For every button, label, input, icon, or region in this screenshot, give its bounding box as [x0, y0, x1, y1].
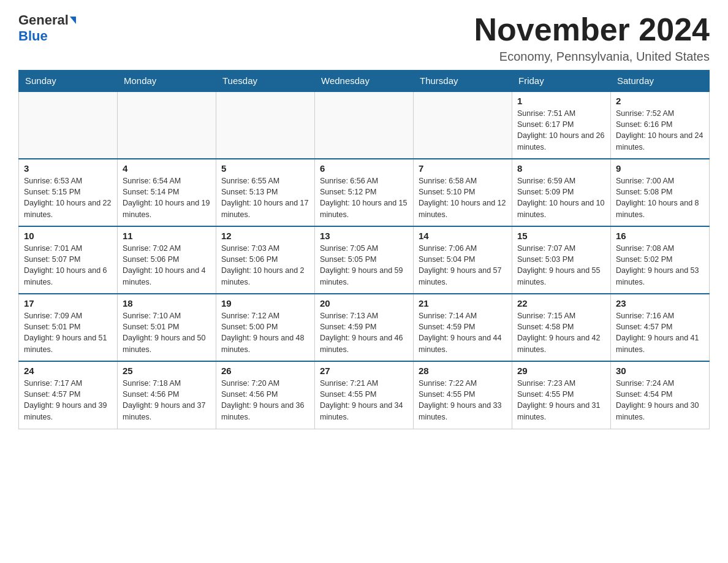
calendar-cell: 11Sunrise: 7:02 AM Sunset: 5:06 PM Dayli… — [118, 226, 216, 294]
day-number: 9 — [616, 163, 704, 174]
day-number: 19 — [221, 298, 309, 308]
calendar-cell: 21Sunrise: 7:14 AM Sunset: 4:59 PM Dayli… — [414, 294, 512, 361]
day-number: 21 — [419, 298, 507, 308]
calendar-cell: 12Sunrise: 7:03 AM Sunset: 5:06 PM Dayli… — [216, 226, 315, 294]
day-number: 2 — [616, 96, 704, 106]
calendar-cell: 25Sunrise: 7:18 AM Sunset: 4:56 PM Dayli… — [118, 361, 216, 429]
calendar-cell: 4Sunrise: 6:54 AM Sunset: 5:14 PM Daylig… — [118, 159, 216, 226]
calendar-cell: 8Sunrise: 6:59 AM Sunset: 5:09 PM Daylig… — [512, 159, 611, 226]
calendar-cell: 28Sunrise: 7:22 AM Sunset: 4:55 PM Dayli… — [414, 361, 512, 429]
logo-general-text: General — [18, 12, 69, 28]
calendar-cell: 10Sunrise: 7:01 AM Sunset: 5:07 PM Dayli… — [19, 226, 118, 294]
week-row-2: 3Sunrise: 6:53 AM Sunset: 5:15 PM Daylig… — [19, 159, 710, 226]
calendar-cell: 27Sunrise: 7:21 AM Sunset: 4:55 PM Dayli… — [315, 361, 414, 429]
calendar-cell: 16Sunrise: 7:08 AM Sunset: 5:02 PM Dayli… — [611, 226, 710, 294]
day-info: Sunrise: 7:17 AM Sunset: 4:57 PM Dayligh… — [24, 378, 112, 423]
day-info: Sunrise: 7:00 AM Sunset: 5:08 PM Dayligh… — [616, 175, 704, 220]
col-sunday: Sunday — [19, 71, 118, 92]
day-number: 8 — [517, 163, 605, 174]
day-number: 16 — [616, 231, 704, 241]
day-number: 6 — [320, 163, 408, 174]
calendar-cell: 30Sunrise: 7:24 AM Sunset: 4:54 PM Dayli… — [611, 361, 710, 429]
calendar-cell — [118, 91, 216, 159]
calendar-cell: 9Sunrise: 7:00 AM Sunset: 5:08 PM Daylig… — [611, 159, 710, 226]
day-number: 7 — [419, 163, 507, 174]
day-info: Sunrise: 7:05 AM Sunset: 5:05 PM Dayligh… — [320, 243, 408, 288]
day-info: Sunrise: 7:16 AM Sunset: 4:57 PM Dayligh… — [616, 310, 704, 355]
day-number: 27 — [320, 366, 408, 376]
day-info: Sunrise: 7:20 AM Sunset: 4:56 PM Dayligh… — [221, 378, 309, 423]
col-wednesday: Wednesday — [315, 71, 414, 92]
calendar-cell: 20Sunrise: 7:13 AM Sunset: 4:59 PM Dayli… — [315, 294, 414, 361]
week-row-3: 10Sunrise: 7:01 AM Sunset: 5:07 PM Dayli… — [19, 226, 710, 294]
day-info: Sunrise: 7:18 AM Sunset: 4:56 PM Dayligh… — [123, 378, 211, 423]
calendar-cell — [315, 91, 414, 159]
day-number: 14 — [419, 231, 507, 241]
day-number: 22 — [517, 298, 605, 308]
calendar-header-row: Sunday Monday Tuesday Wednesday Thursday… — [19, 71, 710, 92]
calendar-cell: 1Sunrise: 7:51 AM Sunset: 6:17 PM Daylig… — [512, 91, 611, 159]
calendar-cell: 24Sunrise: 7:17 AM Sunset: 4:57 PM Dayli… — [19, 361, 118, 429]
week-row-1: 1Sunrise: 7:51 AM Sunset: 6:17 PM Daylig… — [19, 91, 710, 159]
col-friday: Friday — [512, 71, 611, 92]
day-info: Sunrise: 7:08 AM Sunset: 5:02 PM Dayligh… — [616, 243, 704, 288]
day-info: Sunrise: 6:56 AM Sunset: 5:12 PM Dayligh… — [320, 175, 408, 220]
day-number: 26 — [221, 366, 309, 376]
calendar-cell: 29Sunrise: 7:23 AM Sunset: 4:55 PM Dayli… — [512, 361, 611, 429]
day-info: Sunrise: 7:02 AM Sunset: 5:06 PM Dayligh… — [123, 243, 211, 288]
col-thursday: Thursday — [414, 71, 512, 92]
day-info: Sunrise: 7:22 AM Sunset: 4:55 PM Dayligh… — [419, 378, 507, 423]
day-info: Sunrise: 7:23 AM Sunset: 4:55 PM Dayligh… — [517, 378, 605, 423]
title-section: November 2024 Economy, Pennsylvania, Uni… — [474, 12, 710, 64]
location-text: Economy, Pennsylvania, United States — [474, 50, 710, 64]
day-info: Sunrise: 6:55 AM Sunset: 5:13 PM Dayligh… — [221, 175, 309, 220]
day-info: Sunrise: 7:09 AM Sunset: 5:01 PM Dayligh… — [24, 310, 112, 355]
day-info: Sunrise: 7:03 AM Sunset: 5:06 PM Dayligh… — [221, 243, 309, 288]
day-number: 30 — [616, 366, 704, 376]
day-number: 15 — [517, 231, 605, 241]
day-number: 1 — [517, 96, 605, 106]
calendar-cell: 6Sunrise: 6:56 AM Sunset: 5:12 PM Daylig… — [315, 159, 414, 226]
calendar-cell: 5Sunrise: 6:55 AM Sunset: 5:13 PM Daylig… — [216, 159, 315, 226]
day-number: 20 — [320, 298, 408, 308]
day-info: Sunrise: 7:52 AM Sunset: 6:16 PM Dayligh… — [616, 108, 704, 153]
calendar-cell: 15Sunrise: 7:07 AM Sunset: 5:03 PM Dayli… — [512, 226, 611, 294]
day-info: Sunrise: 6:54 AM Sunset: 5:14 PM Dayligh… — [123, 175, 211, 220]
day-number: 25 — [123, 366, 211, 376]
day-number: 28 — [419, 366, 507, 376]
day-info: Sunrise: 7:24 AM Sunset: 4:54 PM Dayligh… — [616, 378, 704, 423]
week-row-5: 24Sunrise: 7:17 AM Sunset: 4:57 PM Dayli… — [19, 361, 710, 429]
day-info: Sunrise: 6:58 AM Sunset: 5:10 PM Dayligh… — [419, 175, 507, 220]
day-number: 24 — [24, 366, 112, 376]
page-header: General Blue November 2024 Economy, Penn… — [18, 12, 710, 64]
day-info: Sunrise: 7:01 AM Sunset: 5:07 PM Dayligh… — [24, 243, 112, 288]
day-number: 18 — [123, 298, 211, 308]
day-info: Sunrise: 6:59 AM Sunset: 5:09 PM Dayligh… — [517, 175, 605, 220]
day-info: Sunrise: 7:07 AM Sunset: 5:03 PM Dayligh… — [517, 243, 605, 288]
day-info: Sunrise: 7:15 AM Sunset: 4:58 PM Dayligh… — [517, 310, 605, 355]
day-number: 17 — [24, 298, 112, 308]
week-row-4: 17Sunrise: 7:09 AM Sunset: 5:01 PM Dayli… — [19, 294, 710, 361]
day-info: Sunrise: 7:51 AM Sunset: 6:17 PM Dayligh… — [517, 108, 605, 153]
calendar-cell: 23Sunrise: 7:16 AM Sunset: 4:57 PM Dayli… — [611, 294, 710, 361]
calendar-cell: 19Sunrise: 7:12 AM Sunset: 5:00 PM Dayli… — [216, 294, 315, 361]
day-number: 5 — [221, 163, 309, 174]
calendar-cell: 3Sunrise: 6:53 AM Sunset: 5:15 PM Daylig… — [19, 159, 118, 226]
calendar-cell — [216, 91, 315, 159]
calendar-table: Sunday Monday Tuesday Wednesday Thursday… — [18, 70, 710, 429]
calendar-cell: 14Sunrise: 7:06 AM Sunset: 5:04 PM Dayli… — [414, 226, 512, 294]
day-info: Sunrise: 7:12 AM Sunset: 5:00 PM Dayligh… — [221, 310, 309, 355]
day-number: 29 — [517, 366, 605, 376]
col-tuesday: Tuesday — [216, 71, 315, 92]
month-title: November 2024 — [474, 12, 710, 47]
day-number: 13 — [320, 231, 408, 241]
calendar-cell: 17Sunrise: 7:09 AM Sunset: 5:01 PM Dayli… — [19, 294, 118, 361]
calendar-cell — [414, 91, 512, 159]
calendar-cell: 18Sunrise: 7:10 AM Sunset: 5:01 PM Dayli… — [118, 294, 216, 361]
day-info: Sunrise: 6:53 AM Sunset: 5:15 PM Dayligh… — [24, 175, 112, 220]
col-saturday: Saturday — [611, 71, 710, 92]
day-number: 4 — [123, 163, 211, 174]
calendar-cell: 26Sunrise: 7:20 AM Sunset: 4:56 PM Dayli… — [216, 361, 315, 429]
calendar-cell: 7Sunrise: 6:58 AM Sunset: 5:10 PM Daylig… — [414, 159, 512, 226]
day-info: Sunrise: 7:10 AM Sunset: 5:01 PM Dayligh… — [123, 310, 211, 355]
